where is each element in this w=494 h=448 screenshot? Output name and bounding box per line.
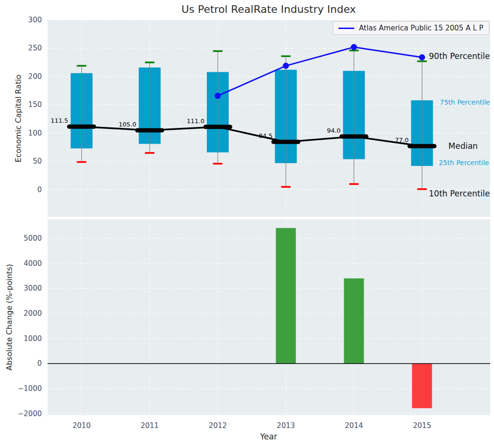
label-90th-percentile: 90th Percentile	[429, 51, 490, 61]
top-y-axis-label: Economic Capital Ratio	[14, 75, 23, 163]
x-tick-label: 2013	[277, 421, 295, 430]
change-bar-positive	[276, 228, 296, 363]
median-value-label: 84.5	[259, 132, 272, 139]
x-tick-label: 2011	[141, 421, 159, 430]
median-value-label: 111.5	[50, 117, 68, 124]
page-title: Us Petrol RealRate Industry Index	[181, 3, 356, 15]
bottom-y-tick-label: 3000	[0, 284, 42, 292]
label-10th-percentile: 10th Percentile	[429, 189, 490, 198]
top-y-tick-label: 250	[0, 44, 42, 52]
company-line-marker	[215, 93, 221, 99]
median-value-label: 77.0	[395, 136, 409, 144]
top-y-tick-label: 150	[0, 100, 42, 109]
label-25th-percentile: 25th Percentile	[439, 159, 489, 166]
top-y-tick-label: 0	[0, 185, 42, 194]
company-line	[218, 47, 422, 96]
figure: Us Petrol RealRate Industry Index 111.51…	[0, 0, 494, 448]
x-tick-label: 2014	[345, 421, 363, 430]
legend: Atlas America Public 15 2005 A L P	[333, 21, 489, 35]
company-line-marker	[351, 44, 357, 50]
top-y-tick-label: 300	[0, 16, 42, 24]
legend-label: Atlas America Public 15 2005 A L P	[359, 24, 484, 32]
median-line	[82, 127, 422, 146]
bottom-panel-change-chart	[48, 219, 490, 415]
top-y-tick-label: 100	[0, 129, 42, 137]
top-chart-canvas: 111.5105.0111.084.594.077.0	[48, 20, 490, 217]
top-y-tick-label: 200	[0, 72, 42, 81]
label-75th-percentile: 75th Percentile	[440, 98, 490, 106]
x-axis-label: Year	[260, 432, 277, 441]
bottom-y-tick-label: −2000	[0, 409, 42, 418]
legend-line-sample	[339, 28, 354, 29]
bottom-y-tick-label: 4000	[0, 259, 42, 268]
company-line-marker	[419, 54, 425, 60]
median-value-label: 94.0	[327, 127, 340, 134]
bottom-y-tick-label: 1000	[0, 334, 42, 343]
x-tick-label: 2012	[209, 421, 227, 430]
bottom-y-tick-label: 0	[0, 359, 42, 368]
bottom-chart-canvas	[48, 219, 490, 415]
change-bar-positive	[344, 278, 364, 363]
top-y-tick-label: 50	[0, 157, 42, 166]
change-bar-negative	[412, 363, 432, 408]
bottom-y-tick-label: −1000	[0, 384, 42, 393]
label-median: Median	[448, 141, 478, 151]
bottom-y-tick-label: 2000	[0, 309, 42, 318]
median-value-label: 105.0	[119, 121, 136, 128]
x-tick-label: 2010	[73, 421, 91, 430]
top-panel-percentile-chart: 111.5105.0111.084.594.077.0	[48, 20, 490, 217]
x-tick-label: 2015	[413, 421, 431, 430]
company-line-marker	[283, 63, 289, 69]
median-value-label: 111.0	[187, 117, 204, 125]
bottom-y-tick-label: 5000	[0, 234, 42, 243]
